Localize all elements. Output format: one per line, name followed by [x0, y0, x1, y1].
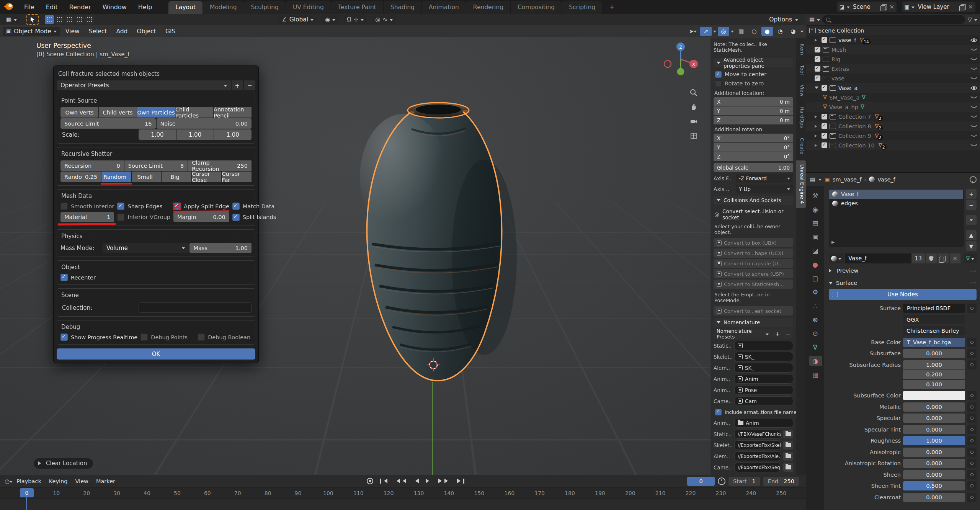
- add-slot-button[interactable]: +: [966, 189, 977, 199]
- rotation-slider[interactable]: Y0°: [714, 143, 793, 152]
- select-invert-icon[interactable]: [75, 15, 84, 24]
- outliner-row[interactable]: ∇ Vase_a ∇ ∇: [806, 83, 980, 93]
- link-mesh-dropdown[interactable]: ∇: [964, 253, 977, 263]
- viewport-menu[interactable]: GIS: [161, 26, 180, 36]
- animate-property-button[interactable]: [967, 493, 977, 502]
- outliner-search-input[interactable]: [822, 15, 965, 24]
- topbar-menu[interactable]: Render: [64, 2, 96, 12]
- sidebar-checkbox[interactable]: Rotate to zero: [714, 79, 793, 88]
- convert-button[interactable]: Convert to ..hape (UCX): [714, 248, 793, 258]
- close-icon[interactable]: ×: [968, 4, 973, 10]
- sidebar-tab[interactable]: View: [796, 81, 806, 100]
- visibility-toggle[interactable]: [970, 47, 978, 52]
- constraints-icon[interactable]: ⊙: [809, 329, 822, 338]
- axis-forward-dropdown[interactable]: -Z Forward: [736, 174, 793, 183]
- select-extend-icon[interactable]: [55, 15, 64, 24]
- new-view-layer-icon[interactable]: [961, 4, 966, 10]
- timeline-track-area[interactable]: [0, 499, 806, 510]
- unlink-material-button[interactable]: ×: [950, 253, 960, 263]
- view-layer-selector[interactable]: ▣ View Layer ×: [902, 2, 975, 12]
- animate-property-button[interactable]: [967, 470, 977, 479]
- point-source-option[interactable]: Own Particles: [137, 107, 175, 118]
- workspace-tab[interactable]: Rendering: [466, 1, 511, 14]
- workspace-tab[interactable]: +: [603, 1, 621, 14]
- material-name-field[interactable]: Vase_f: [845, 253, 911, 263]
- outliner-row[interactable]: ∇ vase ∇ ∇: [806, 74, 980, 83]
- animate-property-button[interactable]: [967, 402, 977, 412]
- timeline-editor-icon[interactable]: ◷: [5, 478, 10, 485]
- animate-property-button[interactable]: [967, 338, 977, 347]
- outliner-row[interactable]: ∇ Rig ∇ ∇: [806, 54, 980, 64]
- exclude-checkbox[interactable]: [822, 133, 827, 139]
- physics-icon[interactable]: ⊚: [809, 315, 822, 324]
- mesh-data-checkbox[interactable]: Sharp Edges: [117, 203, 170, 210]
- recenter-checkbox[interactable]: Recenter: [60, 274, 252, 281]
- property-field[interactable]: 0.000: [903, 459, 965, 468]
- visibility-toggle[interactable]: [970, 143, 978, 148]
- viewport-menu[interactable]: View: [61, 26, 84, 36]
- remove-slot-button[interactable]: −: [966, 200, 977, 210]
- orthographic-toggle-icon[interactable]: [688, 131, 699, 141]
- outliner-row[interactable]: ∇ SM_Vase_a ∇ ∇: [806, 93, 980, 102]
- viewport-menu[interactable]: Object: [132, 26, 160, 36]
- slot-specials-button[interactable]: [966, 215, 977, 225]
- copy-material-button[interactable]: [938, 253, 949, 263]
- prefix-input[interactable]: Pose_: [734, 385, 793, 395]
- convert-button[interactable]: Convert to box (UBX): [714, 238, 793, 247]
- start-frame-field[interactable]: Start1: [728, 477, 760, 486]
- viewport-menu[interactable]: Select: [84, 26, 112, 36]
- camera-view-icon[interactable]: [688, 116, 699, 127]
- scale-y-field[interactable]: 1.00: [176, 129, 214, 140]
- animate-property-button[interactable]: [967, 459, 977, 468]
- select-intersect-icon[interactable]: [85, 15, 94, 24]
- workspace-tab[interactable]: Modeling: [203, 1, 244, 14]
- play-reverse-button[interactable]: [412, 476, 420, 485]
- property-field[interactable]: 0.000: [903, 470, 965, 479]
- convert-socket-button[interactable]: Convert to ..esh socket: [714, 306, 793, 315]
- proportional-edit-dropdown[interactable]: ◎ ∿: [372, 15, 396, 24]
- mesh-data-checkbox[interactable]: Apply Split Edge: [173, 203, 229, 210]
- recursion-mode-button[interactable]: Random: [101, 172, 131, 182]
- mass-slider[interactable]: Mass1.00: [189, 243, 252, 253]
- vase-model[interactable]: [346, 93, 526, 395]
- mesh-data-checkbox[interactable]: Smooth Interior: [60, 203, 114, 210]
- jump-to-end-button[interactable]: [456, 476, 466, 485]
- browse-folder-button[interactable]: [783, 452, 793, 461]
- path-input[interactable]: //ExportedFbx\Skel..: [734, 440, 781, 450]
- frame-ruler[interactable]: 0 10 20 30 40 50 60 70 80 90 100 11: [0, 488, 806, 499]
- outliner-row[interactable]: ∇ Collection 10 ∇ ∇2: [806, 141, 980, 150]
- animate-property-button[interactable]: [967, 448, 977, 457]
- outliner-row[interactable]: ∇ Collection 8 ∇ ∇2: [806, 121, 980, 131]
- property-field[interactable]: 0.100: [903, 380, 965, 389]
- outliner-row[interactable]: ∇ Vase_a_hp ∇ ∇: [806, 102, 980, 112]
- options-dropdown[interactable]: Options: [764, 15, 803, 24]
- global-scale-slider[interactable]: Global scale1.00: [714, 163, 793, 172]
- sidebar-tab[interactable]: Tool: [796, 61, 806, 78]
- expand-arrow-icon[interactable]: [815, 144, 819, 147]
- exclude-checkbox[interactable]: [822, 114, 827, 119]
- collection-input[interactable]: [139, 302, 252, 313]
- workspace-tab[interactable]: Animation: [422, 1, 466, 14]
- add-preset-button[interactable]: +: [232, 80, 243, 90]
- modifiers-icon[interactable]: ⚙: [809, 287, 822, 297]
- new-scene-icon[interactable]: [882, 4, 887, 10]
- animate-property-button[interactable]: [967, 414, 977, 423]
- object-icon[interactable]: ▢: [809, 273, 822, 283]
- topbar-menu[interactable]: Help: [133, 2, 157, 12]
- texture-icon[interactable]: ▦: [809, 370, 822, 379]
- topbar-menu[interactable]: Window: [98, 2, 132, 12]
- browse-folder-button[interactable]: [783, 441, 793, 450]
- exclude-checkbox[interactable]: [822, 85, 827, 91]
- point-source-option[interactable]: Annotation Pencil: [214, 107, 252, 118]
- axis-up-dropdown[interactable]: Y Up: [736, 185, 793, 193]
- workspace-tab[interactable]: Scripting: [562, 1, 603, 14]
- location-slider[interactable]: Y0 m: [714, 106, 793, 115]
- convert-button[interactable]: Convert to StaticMesh ..: [714, 280, 793, 289]
- gizmos-toggle[interactable]: ↗: [700, 27, 712, 36]
- property-field[interactable]: 0.200: [903, 370, 965, 379]
- select-box-icon[interactable]: [45, 15, 54, 24]
- outliner-row[interactable]: ∇ Collection 7 ∇ ∇2: [806, 112, 980, 121]
- material-browse-dropdown[interactable]: [829, 253, 844, 263]
- object-data-icon[interactable]: ∇: [809, 342, 822, 352]
- animate-property-button[interactable]: [967, 360, 977, 369]
